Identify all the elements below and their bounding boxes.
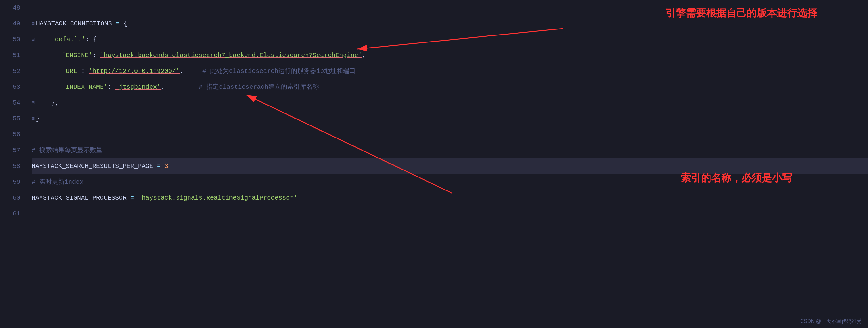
code-token: # 指定elasticserach建立的索引库名称: [199, 79, 319, 95]
code-token: :: [107, 79, 115, 95]
line-num-60: 60: [0, 190, 20, 206]
fold-icon-50[interactable]: ⊟: [32, 32, 35, 48]
code-line-61: [32, 206, 868, 222]
code-line-50: ⊟ 'default': {: [32, 32, 868, 48]
line-num-59: 59: [0, 174, 20, 190]
code-token: [32, 63, 62, 79]
code-token: [32, 79, 62, 95]
line-num-53: 53: [0, 79, 20, 95]
code-token: : {: [85, 32, 97, 48]
code-line-48: [32, 0, 868, 16]
code-token: # 搜索结果每页显示数量: [32, 143, 102, 159]
code-line-49: ⊟HAYSTACK_CONNECTIONS = {: [32, 16, 868, 32]
code-line-59: # 实时更新index: [32, 174, 868, 190]
line-num-55: 55: [0, 111, 20, 127]
code-token: 'haystack.backends.elasticsearch7_backen…: [100, 48, 362, 63]
code-token: =: [127, 190, 138, 206]
code-token: ,: [180, 63, 203, 79]
code-token: =: [153, 159, 164, 174]
code-token: [36, 95, 51, 111]
line-num-57: 57: [0, 143, 20, 159]
code-token: 3: [164, 159, 168, 174]
code-token: 'http://127.0.0.1:9200/': [89, 63, 180, 79]
watermark: CSDN @一天不写代码难受: [800, 318, 862, 325]
fold-icon-49[interactable]: ⊟: [32, 16, 35, 32]
line-num-51: 51: [0, 48, 20, 63]
code-token: ,: [362, 48, 366, 63]
code-line-57: # 搜索结果每页显示数量: [32, 143, 868, 159]
code-token: 'URL': [62, 63, 81, 79]
line-num-50: 50: [0, 32, 20, 48]
code-token: },: [51, 95, 59, 111]
code-token: 'haystack.signals.RealtimeSignalProcesso…: [138, 190, 297, 206]
code-token: [36, 32, 51, 48]
code-token: :: [81, 63, 89, 79]
fold-icon-55[interactable]: ⊟: [32, 111, 35, 127]
line-num-54: 54: [0, 95, 20, 111]
code-token: [32, 48, 62, 63]
code-line-54: ⊟ },: [32, 95, 868, 111]
code-token: 'default': [51, 32, 85, 48]
fold-icon-54[interactable]: ⊟: [32, 95, 35, 111]
code-line-53: 'INDEX_NAME': 'jtsgbindex', # 指定elastics…: [32, 79, 868, 95]
line-num-56: 56: [0, 127, 20, 143]
code-token: # 实时更新index: [32, 174, 84, 190]
code-editor: 48 49 50 51 52 53 54 55 56 57 58 59 60 6…: [0, 0, 868, 328]
code-line-55: ⊟}: [32, 111, 868, 127]
line-num-49: 49: [0, 16, 20, 32]
code-token: ,: [161, 79, 199, 95]
code-token: HAYSTACK_CONNECTIONS: [36, 16, 112, 32]
code-token: 'jtsgbindex': [115, 79, 161, 95]
code-token: HAYSTACK_SIGNAL_PROCESSOR: [32, 190, 127, 206]
line-num-52: 52: [0, 63, 20, 79]
code-line-58: HAYSTACK_SEARCH_RESULTS_PER_PAGE = 3: [32, 159, 868, 174]
code-token: # 此处为elasticsearch运行的服务器ip地址和端口: [203, 63, 355, 79]
code-content: ⊟HAYSTACK_CONNECTIONS = { ⊟ 'default': {…: [25, 0, 868, 328]
code-line-51: 'ENGINE': 'haystack.backends.elasticsear…: [32, 48, 868, 63]
line-numbers: 48 49 50 51 52 53 54 55 56 57 58 59 60 6…: [0, 0, 25, 328]
line-num-48: 48: [0, 0, 20, 16]
code-line-56: [32, 127, 868, 143]
code-token: HAYSTACK_SEARCH_RESULTS_PER_PAGE: [32, 159, 153, 174]
code-line-52: 'URL': 'http://127.0.0.1:9200/', # 此处为el…: [32, 63, 868, 79]
code-token: 'ENGINE': [62, 48, 92, 63]
code-line-60: HAYSTACK_SIGNAL_PROCESSOR = 'haystack.si…: [32, 190, 868, 206]
code-token: :: [92, 48, 100, 63]
line-num-61: 61: [0, 206, 20, 222]
code-token: 'INDEX_NAME': [62, 79, 107, 95]
code-token: }: [36, 111, 40, 127]
code-token: {: [123, 16, 127, 32]
line-num-58: 58: [0, 159, 20, 174]
code-token: =: [112, 16, 123, 32]
